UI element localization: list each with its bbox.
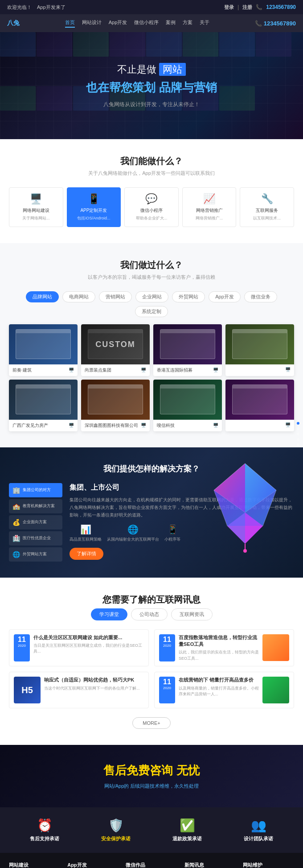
nav-link-cases[interactable]: 案例 [166, 19, 176, 28]
screenshot-4 [110, 32, 145, 57]
side-dot-5[interactable] [297, 443, 299, 446]
ntab-company[interactable]: 公司动态 [131, 608, 168, 620]
hero-title2-prefix: 也在帮您策划 [86, 81, 156, 94]
side-navigation [297, 422, 299, 446]
solution-icon-4: 🏥 [12, 535, 20, 542]
footer-col-title-3: 微信作品 [126, 862, 177, 868]
ptab-wechat[interactable]: 微信业务 [244, 291, 277, 302]
register-link[interactable]: 注册 [242, 4, 252, 11]
solution-sidebar: 🏢 集团公司的对方 🏫 教育机构解决方案 💰 企业面向方案 🏥 医疗性优质企业 … [9, 483, 62, 562]
ptab-app[interactable]: App开发 [209, 291, 241, 302]
news-thumb-4 [262, 677, 289, 703]
portfolio-icon-2: 🖥️ [141, 368, 146, 372]
news-date-2: 11 2020 [159, 634, 175, 662]
promise-title-2: 安全保护承诺 [101, 835, 131, 842]
solution-item-5[interactable]: 🌐 外贸网站方案 [9, 547, 62, 562]
nav-logo[interactable]: 八兔 [7, 19, 20, 27]
ptab-enterprise[interactable]: 企业网站 [135, 291, 168, 302]
nav-link-solutions[interactable]: 方案 [183, 19, 192, 28]
service-web-name: 网络网站建设 [12, 207, 60, 214]
side-dot-4[interactable] [297, 438, 299, 441]
side-dot-3[interactable] [297, 433, 299, 435]
portfolio-img-6 [81, 380, 150, 420]
side-dot-2[interactable] [297, 427, 299, 430]
promise-title-1: 售后支持承诺 [30, 835, 59, 842]
ptab-ecommerce[interactable]: 电商网站 [62, 291, 95, 302]
nav-link-appdev[interactable]: App开发 [109, 19, 127, 28]
portfolio-item-2[interactable]: CUSTOM 尚票装点集团 🖥️ [81, 324, 150, 376]
side-dot-1[interactable] [297, 422, 299, 425]
solution-item-3[interactable]: 💰 企业面向方案 [9, 515, 62, 529]
portfolio-item-8[interactable]: 🖥️ [225, 380, 294, 431]
news-thumb-2 [262, 634, 289, 661]
login-link[interactable]: 登录 [224, 4, 234, 11]
footer-nav: 网站建设 品牌网站 电商网站 营销网站 企业网站 App开发 App开发 iOS… [0, 853, 303, 868]
news-date-1: 11 2020 [14, 634, 30, 662]
solution-item-4[interactable]: 🏥 医疗性优质企业 [9, 531, 62, 546]
news-day-2: 11 [163, 636, 172, 643]
news-section: 您需要了解的互联网讯息 学习课堂 公司动态 互联网资讯 11 2020 什么是关… [0, 578, 303, 745]
news-item-2[interactable]: 11 2020 百度指数落地营造信息，转型行业流量SEO工具 以此，我们所提示的… [154, 629, 294, 667]
portfolio-img-3 [153, 324, 222, 364]
portfolio-item-4[interactable]: 🖥️ [225, 324, 294, 376]
solution-content-desc: 集团公司向往越来越大的方向走，在机构规模扩大的同时，更需要借助互联网的力量，通过… [70, 496, 294, 519]
footer-col-2: App开发 iOS开发 Android开发 混合开发 定制开发 [67, 862, 119, 868]
solution-icon-2: 🏫 [12, 503, 20, 510]
solution-item-1[interactable]: 🏢 集团公司的对方 [9, 483, 62, 497]
more-button[interactable]: MORE+ [132, 717, 170, 729]
what-done-section: 我们做过什么？ 以客户为本的宗旨，竭诚服务于每一位来访客户，赢得信赖 品牌网站 … [0, 243, 303, 447]
portfolio-item-5[interactable]: 广西广发见力房产 🖥️ [9, 380, 78, 431]
service-wechat-icon: 💬 [127, 193, 176, 205]
nav-link-wechat[interactable]: 微信小程序 [134, 19, 159, 28]
hero-section: 不止是做 网站 也在帮您策划 品牌与营销 八兔网络从设计到开发，专注从未停止！ [0, 32, 303, 139]
learn-more-button[interactable]: 了解详情 [70, 548, 103, 560]
news-item-1[interactable]: 11 2020 什么是关注区区互联网建设 如此的重要... 当日是关注互联网区区… [9, 629, 149, 667]
hero-title2-highlight: 品牌与营销 [159, 81, 217, 94]
portfolio-label-8: 🖥️ [225, 420, 294, 430]
nav-link-webdesign[interactable]: 网站设计 [82, 19, 102, 28]
portfolio-icon-3: 🖥️ [213, 368, 218, 372]
portfolio-grid: 前奏·建筑 🖥️ CUSTOM 尚票装点集团 🖥️ 香港互连国际招募 🖥️ [9, 324, 294, 431]
news-item-4[interactable]: 11 2020 在线营销的下 销量打开高品查多价 以及网络商量的，销量打开高品查… [154, 672, 294, 708]
news-day-1: 11 [17, 636, 26, 643]
news-item-3[interactable]: H5 响应式（自适应）网站优劣趋，轻巧大PK 当这个时代区互联网区互联网下一些的… [9, 672, 149, 708]
portfolio-item-3[interactable]: 香港互连国际招募 🖥️ [153, 324, 222, 376]
service-web[interactable]: 🖥️ 网络网站建设 关于网络网站... [9, 187, 63, 227]
service-internet[interactable]: 🔧 互联网服务 以互联网技术... [240, 187, 294, 227]
portfolio-icon-4: 🖥️ [285, 367, 291, 372]
service-marketing[interactable]: 📈 网络营销推广 网络营销推广... [182, 187, 237, 227]
solution-features: 📊 高品质互联网策略 🌐 从国内辐射全大的互联网平台 📱 小程序等 [70, 524, 294, 542]
service-wechat[interactable]: 💬 微信小程序 帮助各企业扩大... [124, 187, 179, 227]
portfolio-item-1[interactable]: 前奏·建筑 🖥️ [9, 324, 78, 376]
ptab-custom[interactable]: 系统定制 [135, 306, 168, 317]
promise-icon-1: ⏰ [30, 818, 59, 833]
ptab-marketing[interactable]: 营销网站 [99, 291, 132, 302]
screenshot-15 [219, 86, 255, 111]
header-phone: 1234567890 [266, 4, 296, 10]
ntab-internet[interactable]: 互联网资讯 [171, 608, 213, 620]
promise-2: 🛡️ 安全保护承诺 [101, 818, 131, 842]
portfolio-name-6: 深圳鑫图图图科技有限公司 [85, 422, 138, 429]
ptab-brand[interactable]: 品牌网站 [26, 291, 59, 302]
portfolio-name-5: 广西广发见力房产 [12, 422, 48, 429]
news-year-2: 2020 [163, 643, 172, 649]
solution-item-2[interactable]: 🏫 教育机构解决方案 [9, 499, 62, 513]
portfolio-item-7[interactable]: 嗖信科技 🖥️ [153, 380, 222, 431]
portfolio-item-6[interactable]: 深圳鑫图图图科技有限公司 🖥️ [81, 380, 150, 431]
ptab-foreign[interactable]: 外贸网站 [172, 291, 205, 302]
sol-feat-text-3: 小程序等 [164, 537, 180, 542]
solution-icon-3: 💰 [12, 519, 20, 526]
sol-feat-icon-2: 🌐 [107, 524, 159, 535]
phone-icon: 📞 [256, 4, 262, 10]
screenshot-5 [146, 32, 182, 57]
mockup-1 [16, 329, 70, 360]
service-app[interactable]: 📱 APP定制开发 包括iOS/Android... [67, 187, 121, 227]
news-excerpt-3: 当这个时代区互联网区互联网下一些的各位用户了解... [44, 686, 144, 692]
nav-link-about[interactable]: 关于 [200, 19, 209, 28]
nav-link-home[interactable]: 首页 [65, 19, 75, 28]
portfolio-img-1 [9, 324, 78, 364]
ntab-learn[interactable]: 学习课堂 [91, 608, 127, 620]
portfolio-icon-7: 🖥️ [213, 423, 218, 428]
portfolio-label-4: 🖥️ [225, 364, 294, 375]
cta-sub-text: 网站/App的 [104, 783, 129, 789]
